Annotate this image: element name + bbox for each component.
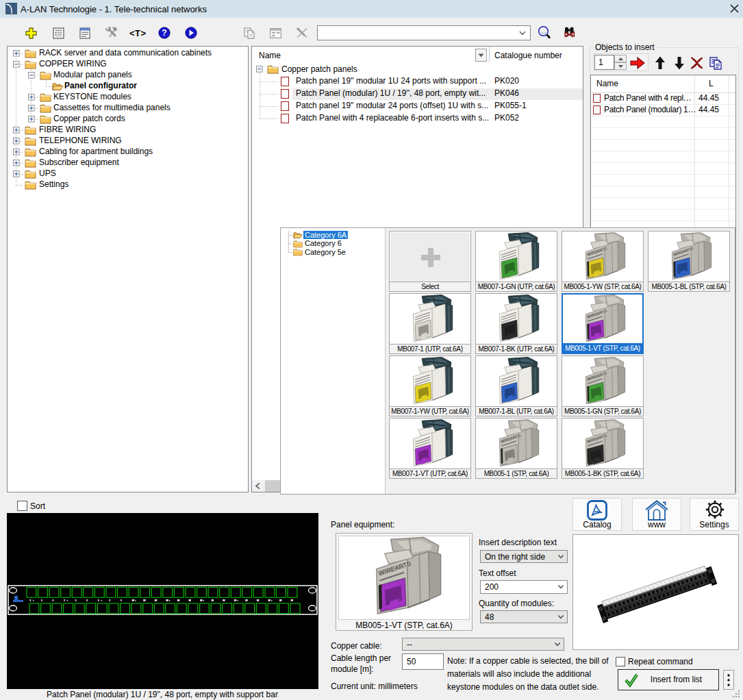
svg-text:?: ? [162, 28, 166, 38]
